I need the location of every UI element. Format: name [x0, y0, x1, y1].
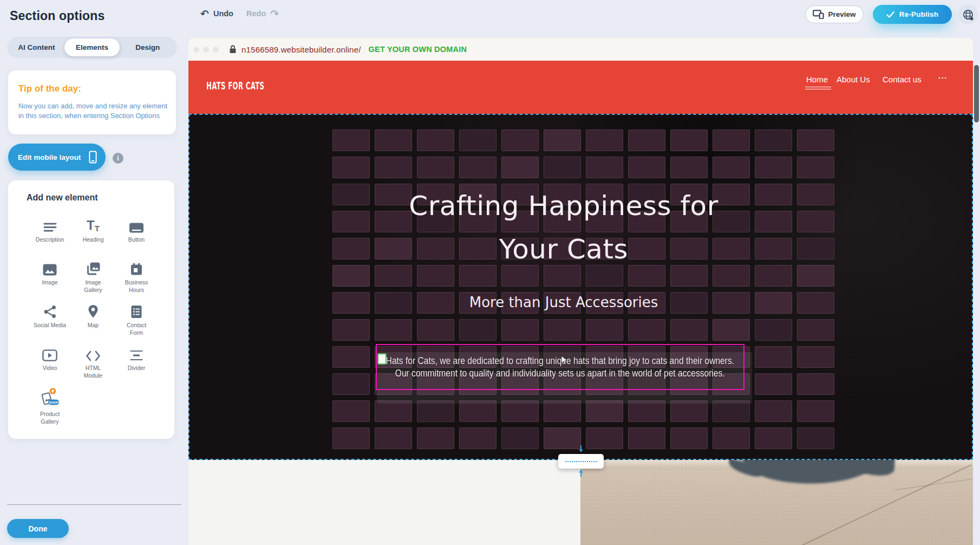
hero-tile — [797, 400, 834, 422]
redo-icon: ↷ — [270, 9, 279, 18]
hero-tile — [755, 400, 792, 422]
hero-tile — [586, 157, 623, 178]
image-gallery-icon — [86, 262, 100, 276]
hero-tile — [332, 319, 370, 341]
done-button[interactable]: Done — [7, 519, 69, 538]
element-image[interactable]: Image — [28, 261, 71, 303]
html-module-icon — [86, 351, 101, 361]
preview-button[interactable]: Preview — [805, 5, 864, 23]
hero-tile — [375, 319, 412, 341]
hero-tile — [586, 400, 623, 422]
sidebar-divider — [7, 504, 181, 505]
business-hours-icon — [130, 263, 143, 276]
element-business-hours[interactable]: Business Hours — [115, 261, 158, 303]
hero-tile — [670, 427, 708, 449]
hero-subtitle[interactable]: More than Just Accessories — [188, 294, 939, 310]
nav-about-us[interactable]: About Us — [837, 75, 870, 84]
hero-tile — [544, 129, 581, 151]
add-panel-title: Add new element — [27, 193, 174, 203]
hero-tile — [713, 129, 750, 151]
element-divider[interactable]: Divider — [115, 346, 158, 389]
tab-design[interactable]: Design — [120, 38, 175, 56]
redo-button[interactable]: Redo ↷ — [246, 9, 279, 18]
nav-home-underline — [805, 87, 831, 89]
hero-tile — [332, 129, 370, 151]
contact-form-icon — [130, 305, 143, 319]
hero-tile — [797, 346, 834, 368]
section-resize-handle[interactable] — [558, 454, 604, 469]
video-icon — [42, 349, 57, 361]
nav-home[interactable]: Home — [806, 75, 828, 84]
element-contact-form[interactable]: Contact Form — [115, 303, 158, 346]
element-social-media[interactable]: Social Media — [28, 303, 71, 346]
hero-tile — [375, 427, 412, 449]
get-domain-link[interactable]: GET YOUR OWN DOMAIN — [369, 45, 467, 54]
hero-tile — [797, 373, 834, 395]
hero-tile — [332, 427, 370, 449]
map-icon — [87, 304, 99, 319]
element-description[interactable]: Description — [28, 218, 71, 261]
hero-tile — [586, 129, 623, 151]
hero-tile — [755, 157, 792, 178]
hero-tile — [375, 400, 412, 422]
section-options-sidebar: AI Content Elements Design Tip of the da… — [0, 0, 188, 545]
check-icon — [886, 11, 894, 18]
element-button[interactable]: Button — [115, 218, 158, 261]
language-globe-button[interactable] — [958, 4, 978, 24]
site-header[interactable]: HATS FOR CATS Home About Us Contact us ·… — [188, 61, 973, 114]
hero-tile — [713, 400, 750, 422]
element-map[interactable]: Map — [71, 303, 115, 346]
element-html-module[interactable]: HTML Module — [71, 346, 115, 389]
hero-tile — [417, 157, 454, 178]
hero-tile — [797, 319, 834, 341]
hero-heading[interactable]: Crafting Happiness forYour Cats — [188, 184, 939, 271]
element-video[interactable]: Video — [28, 346, 71, 389]
element-image-gallery[interactable]: Image Gallery — [71, 261, 115, 303]
tip-title: Tip of the day: — [18, 83, 165, 94]
tip-body: Now you can add, move and resize any ele… — [18, 101, 169, 120]
tab-ai-content[interactable]: AI Content — [9, 38, 64, 56]
element-grid: Description TT Heading Button Image Imag… — [28, 218, 174, 432]
hero-tile — [755, 427, 792, 449]
description-icon — [43, 222, 57, 233]
nav-more[interactable]: ··· — [938, 74, 948, 82]
element-product-gallery[interactable]: SHOP Product Gallery — [28, 389, 71, 432]
hero-tile — [501, 427, 539, 449]
hero-tile — [332, 157, 370, 178]
hero-section[interactable]: Crafting Happiness forYour Cats More tha… — [188, 114, 973, 460]
info-icon[interactable]: i — [113, 153, 123, 164]
hero-tile — [501, 129, 539, 151]
image-icon — [43, 264, 57, 276]
hero-tile — [417, 129, 454, 151]
hero-tile — [332, 373, 370, 395]
site-preview-window: n1566589.websitebuilder.online/ GET YOUR… — [188, 38, 973, 545]
next-section-left — [188, 460, 580, 545]
hero-tile — [797, 157, 834, 178]
hero-tile — [628, 319, 665, 341]
hero-tile — [332, 346, 370, 368]
hero-tile — [628, 427, 665, 449]
edit-mobile-layout-button[interactable]: Edit mobile layout — [8, 144, 106, 171]
nav-contact-us[interactable]: Contact us — [883, 75, 922, 84]
hero-tile — [755, 129, 792, 151]
hero-body-text[interactable]: Hats for Cats, we are dedicated to craft… — [376, 354, 744, 379]
site-logo[interactable]: HATS FOR CATS — [206, 80, 264, 92]
phone-icon — [89, 151, 97, 164]
hero-tile — [755, 373, 792, 395]
mouse-cursor — [561, 355, 568, 365]
add-new-element-panel: Add new element Description TT Heading B… — [8, 180, 174, 439]
hero-tile — [670, 157, 708, 178]
hero-tile — [755, 346, 792, 368]
svg-text:SHOP: SHOP — [49, 400, 58, 404]
element-heading[interactable]: TT Heading — [71, 218, 115, 261]
hero-tile — [713, 157, 750, 178]
hero-tile — [670, 400, 708, 422]
undo-icon: ↶ — [200, 9, 209, 18]
hero-tile — [501, 157, 539, 178]
scrollbar-thumb[interactable] — [974, 65, 979, 122]
site-url[interactable]: n1566589.websitebuilder.online/ — [241, 45, 361, 54]
republish-button[interactable]: Re-Publish — [873, 5, 952, 24]
tab-elements[interactable]: Elements — [64, 38, 120, 56]
undo-button[interactable]: ↶ Undo — [200, 9, 233, 18]
hero-tile — [459, 129, 496, 151]
